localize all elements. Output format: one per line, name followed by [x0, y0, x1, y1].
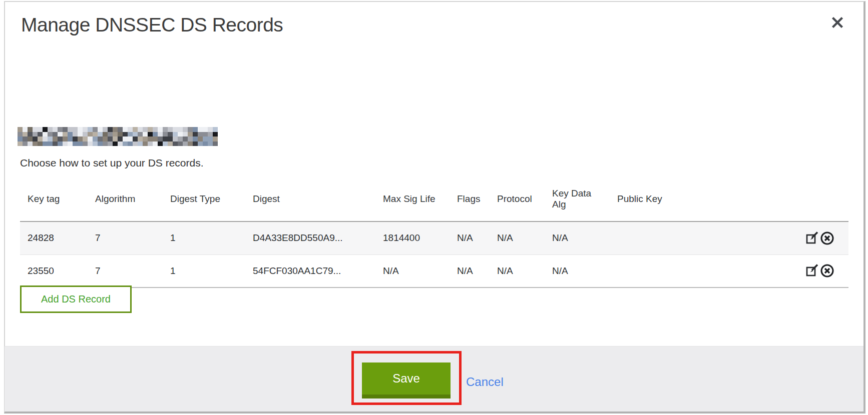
cell-public-key [610, 222, 735, 254]
page-title: Manage DNSSEC DS Records [21, 14, 283, 36]
table-row: 24828 7 1 D4A33E8DD550A9... 1814400 N/A … [20, 222, 848, 254]
table-row: 23550 7 1 54FCF030AA1C79... N/A N/A N/A … [20, 254, 848, 288]
column-header-digest-type: Digest Type [163, 180, 245, 222]
cell-actions [735, 222, 848, 254]
close-x-icon [830, 16, 844, 30]
cell-key-tag: 24828 [20, 222, 88, 254]
cell-protocol: N/A [490, 254, 545, 288]
cell-key-data-alg: N/A [545, 254, 610, 288]
cell-flags: N/A [450, 254, 490, 288]
column-header-key-data-alg: Key Data Alg [545, 180, 610, 222]
cell-digest-type: 1 [163, 222, 245, 254]
edit-record-button[interactable] [805, 232, 819, 245]
delete-record-button[interactable] [820, 231, 834, 246]
cell-protocol: N/A [490, 222, 545, 254]
cell-max-sig-life: 1814400 [375, 222, 450, 254]
column-header-flags: Flags [450, 180, 490, 222]
cell-key-tag: 23550 [20, 254, 88, 288]
edit-record-button[interactable] [805, 264, 819, 278]
cell-key-data-alg: N/A [545, 222, 610, 254]
column-header-actions [735, 180, 848, 222]
cell-public-key [610, 254, 735, 288]
column-header-protocol: Protocol [490, 180, 545, 222]
close-button[interactable] [826, 11, 849, 34]
column-header-max-sig-life: Max Sig Life [375, 180, 450, 222]
cell-digest-type: 1 [163, 254, 245, 288]
ds-records-table: Key tag Algorithm Digest Type Digest Max… [20, 180, 848, 288]
table-header-row: Key tag Algorithm Digest Type Digest Max… [20, 180, 848, 222]
cell-actions [735, 254, 848, 288]
dnssec-modal: { "modal": { "title": "Manage DNSSEC DS … [0, 0, 868, 415]
cancel-link[interactable]: Cancel [466, 375, 504, 389]
column-header-digest: Digest [245, 180, 375, 222]
column-header-algorithm: Algorithm [88, 180, 163, 222]
cell-flags: N/A [450, 222, 490, 254]
cell-algorithm: 7 [88, 254, 163, 288]
domain-name-redacted [18, 127, 218, 146]
column-header-public-key: Public Key [610, 180, 735, 222]
cell-digest: 54FCF030AA1C79... [245, 254, 375, 288]
add-ds-record-button[interactable]: Add DS Record [20, 286, 132, 313]
circle-x-icon [820, 231, 834, 246]
cell-algorithm: 7 [88, 222, 163, 254]
circle-x-icon [820, 264, 834, 278]
pencil-square-icon [805, 232, 819, 245]
column-header-key-tag: Key tag [20, 180, 88, 222]
cell-max-sig-life: N/A [375, 254, 450, 288]
instruction-text: Choose how to set up your DS records. [20, 157, 204, 169]
pencil-square-icon [805, 264, 819, 278]
delete-record-button[interactable] [820, 264, 834, 278]
save-button[interactable]: Save [362, 362, 451, 398]
cell-digest: D4A33E8DD550A9... [245, 222, 375, 254]
